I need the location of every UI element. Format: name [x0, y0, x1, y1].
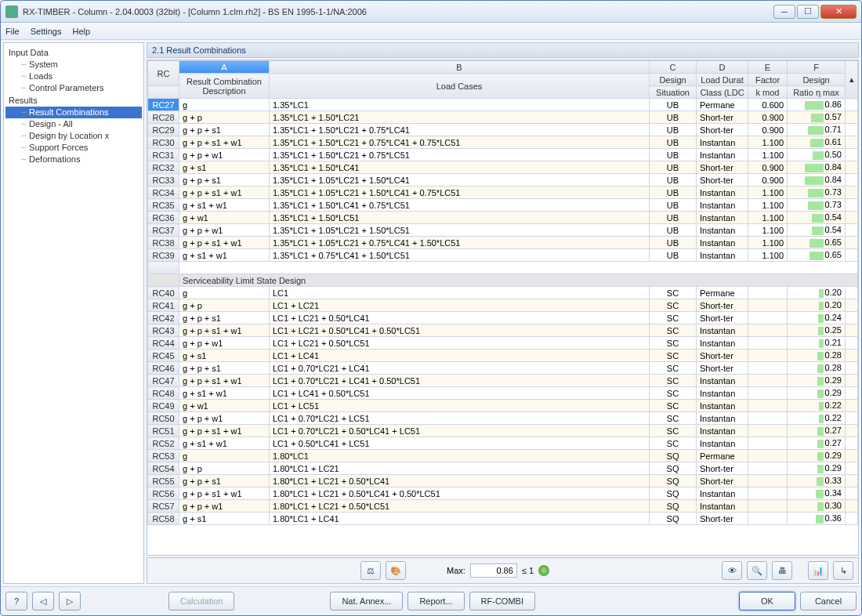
col-kmod1[interactable]: Factor — [748, 74, 788, 86]
cell-loadcases[interactable]: 1.35*LC1 + 1.05*LC21 + 1.50*LC41 + 0.75*… — [270, 187, 650, 199]
cell-situation[interactable]: UB — [650, 161, 697, 174]
cell-description[interactable]: g + p — [179, 111, 270, 124]
row-header[interactable]: RC58 — [148, 513, 179, 525]
close-button[interactable]: ✕ — [820, 5, 857, 19]
cell-ratio[interactable]: 0.61 — [788, 136, 846, 149]
row-header[interactable]: RC51 — [148, 425, 179, 437]
cell-description[interactable]: g + s1 — [179, 513, 270, 525]
cell-ratio[interactable]: 0.20 — [788, 287, 846, 299]
help-button[interactable]: ? — [5, 592, 27, 611]
row-header[interactable]: RC44 — [148, 337, 179, 350]
cell-loadcases[interactable]: LC1 + LC21 — [270, 299, 650, 312]
cell-kmod[interactable] — [748, 375, 788, 387]
cell-kmod[interactable] — [748, 387, 788, 400]
cell-kmod[interactable] — [748, 462, 788, 475]
cell-situation[interactable]: SC — [650, 299, 697, 312]
cell-description[interactable]: g — [179, 287, 270, 299]
minimize-button[interactable]: ─ — [773, 5, 795, 19]
cell-ratio[interactable]: 0.36 — [788, 513, 846, 525]
cell-situation[interactable]: SC — [650, 400, 697, 412]
cell-situation[interactable]: UB — [650, 199, 697, 212]
cell-ratio[interactable]: 0.65 — [788, 249, 846, 262]
cell-ldc[interactable]: Short-ter — [697, 312, 748, 324]
cell-ldc[interactable]: Instantan — [697, 249, 748, 262]
cell-ldc[interactable]: Short-ter — [697, 161, 748, 174]
cell-ldc[interactable]: Instantan — [697, 187, 748, 199]
cell-ratio[interactable]: 0.57 — [788, 111, 846, 124]
cell-loadcases[interactable]: LC1 + LC21 + 0.50*LC41 + 0.50*LC51 — [270, 324, 650, 337]
view-mode-icon[interactable]: 👁 — [722, 561, 742, 580]
title-bar[interactable]: RX-TIMBER - Column - 2.04.0003 (32bit) -… — [1, 1, 861, 23]
col-rc[interactable]: RC — [148, 61, 179, 86]
color-scale-icon[interactable]: 🎨 — [386, 561, 406, 580]
cell-ldc[interactable]: Instantan — [697, 425, 748, 437]
row-header[interactable]: RC40 — [148, 287, 179, 299]
cell-loadcases[interactable]: 1.35*LC1 + 1.50*LC21 + 0.75*LC51 — [270, 149, 650, 161]
cell-ldc[interactable]: Short-ter — [697, 299, 748, 312]
cell-ratio[interactable]: 0.86 — [788, 99, 846, 111]
print-icon[interactable]: 🖶 — [772, 561, 792, 580]
table-row[interactable]: RC34g + p + s1 + w11.35*LC1 + 1.05*LC21 … — [148, 187, 858, 199]
cell-loadcases[interactable]: 1.35*LC1 + 1.50*LC21 + 0.75*LC41 — [270, 124, 650, 136]
table-row[interactable]: RC52g + s1 + w1LC1 + 0.50*LC41 + LC51SCI… — [148, 437, 858, 450]
cell-ratio[interactable]: 0.33 — [788, 475, 846, 487]
export-icon[interactable]: 📊 — [808, 561, 828, 580]
row-header[interactable]: RC32 — [148, 161, 179, 174]
table-row[interactable]: RC44g + p + w1LC1 + LC21 + 0.50*LC51SCIn… — [148, 337, 858, 350]
row-header[interactable]: RC47 — [148, 375, 179, 387]
cell-ratio[interactable]: 0.34 — [788, 487, 846, 500]
cell-situation[interactable]: SC — [650, 350, 697, 362]
cell-kmod[interactable] — [748, 400, 788, 412]
cell-ldc[interactable]: Short-ter — [697, 462, 748, 475]
cell-ldc[interactable]: Instantan — [697, 212, 748, 224]
cell-situation[interactable]: SC — [650, 312, 697, 324]
cell-ldc[interactable]: Instantan — [697, 224, 748, 237]
cell-situation[interactable]: SQ — [650, 450, 697, 462]
cell-loadcases[interactable]: LC1 — [270, 287, 650, 299]
row-header[interactable]: RC37 — [148, 224, 179, 237]
cell-description[interactable]: g + p + w1 — [179, 337, 270, 350]
cell-description[interactable]: g + p + s1 — [179, 475, 270, 487]
cell-loadcases[interactable]: 1.35*LC1 + 1.50*LC41 + 0.75*LC51 — [270, 199, 650, 212]
cell-description[interactable]: g + p + s1 — [179, 312, 270, 324]
cell-loadcases[interactable]: 1.35*LC1 + 1.50*LC51 — [270, 212, 650, 224]
cell-loadcases[interactable]: LC1 + LC41 + 0.50*LC51 — [270, 387, 650, 400]
cell-ldc[interactable]: Instantan — [697, 487, 748, 500]
cell-kmod[interactable] — [748, 337, 788, 350]
navigator-tree[interactable]: Input Data System Loads Control Paramete… — [3, 42, 144, 584]
table-row[interactable]: RC55g + p + s11.80*LC1 + LC21 + 0.50*LC4… — [148, 475, 858, 487]
table-row[interactable]: RC51g + p + s1 + w1LC1 + 0.70*LC21 + 0.5… — [148, 425, 858, 437]
cancel-button[interactable]: Cancel — [800, 592, 857, 611]
table-row[interactable]: RC56g + p + s1 + w11.80*LC1 + LC21 + 0.5… — [148, 487, 858, 500]
table-row[interactable]: RC50g + p + w1LC1 + 0.70*LC21 + LC51SCIn… — [148, 412, 858, 425]
cell-ratio[interactable]: 0.50 — [788, 149, 846, 161]
cell-loadcases[interactable]: LC1 + 0.70*LC21 + LC41 + 0.50*LC51 — [270, 375, 650, 387]
cell-kmod[interactable]: 0.900 — [748, 161, 788, 174]
row-header[interactable]: RC45 — [148, 350, 179, 362]
cell-description[interactable]: g + s1 + w1 — [179, 437, 270, 450]
cell-ratio[interactable]: 0.27 — [788, 437, 846, 450]
cell-ratio[interactable]: 0.24 — [788, 312, 846, 324]
row-header[interactable]: RC53 — [148, 450, 179, 462]
cell-description[interactable]: g + p + w1 — [179, 412, 270, 425]
cell-loadcases[interactable]: LC1 + 0.70*LC21 + LC51 — [270, 412, 650, 425]
cell-ratio[interactable]: 0.29 — [788, 375, 846, 387]
cell-kmod[interactable] — [748, 475, 788, 487]
table-row[interactable]: RC46g + p + s1LC1 + 0.70*LC21 + LC41SCSh… — [148, 362, 858, 375]
cell-description[interactable]: g + s1 — [179, 161, 270, 174]
cell-situation[interactable]: SC — [650, 337, 697, 350]
row-header[interactable]: RC43 — [148, 324, 179, 337]
cell-kmod[interactable] — [748, 299, 788, 312]
cell-situation[interactable]: UB — [650, 224, 697, 237]
cell-ratio[interactable]: 0.30 — [788, 500, 846, 513]
cell-situation[interactable]: UB — [650, 249, 697, 262]
table-row[interactable]: RC29g + p + s11.35*LC1 + 1.50*LC21 + 0.7… — [148, 124, 858, 136]
col-dsit2[interactable]: Situation — [650, 86, 697, 99]
table-row[interactable]: RC32g + s11.35*LC1 + 1.50*LC41UBShort-te… — [148, 161, 858, 174]
cell-kmod[interactable]: 1.100 — [748, 199, 788, 212]
nav-design-all[interactable]: Design - All — [5, 118, 142, 130]
row-header[interactable]: RC41 — [148, 299, 179, 312]
table-row[interactable]: RC36g + w11.35*LC1 + 1.50*LC51UBInstanta… — [148, 212, 858, 224]
maximize-button[interactable]: ☐ — [797, 5, 819, 19]
cell-ratio[interactable]: 0.28 — [788, 350, 846, 362]
